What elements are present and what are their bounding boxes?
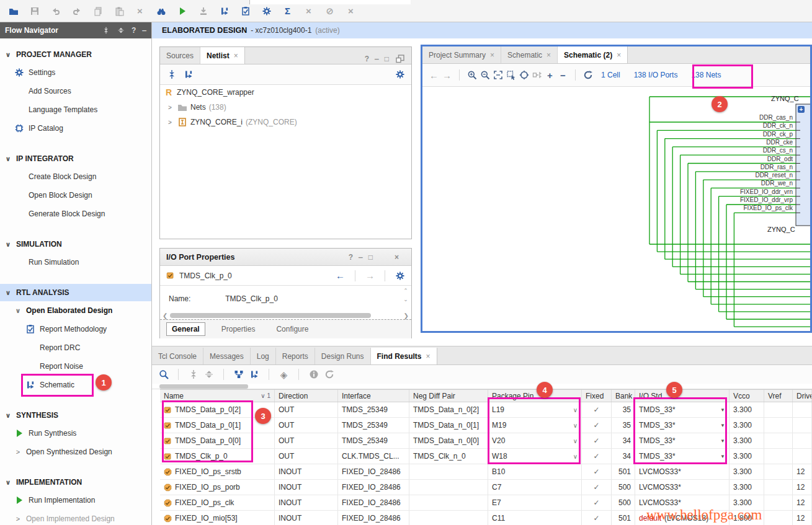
- tab-reports[interactable]: Reports: [276, 348, 315, 364]
- back-arrow-icon[interactable]: ←: [335, 270, 346, 281]
- tab-schematic-2[interactable]: Schematic (2)×: [558, 46, 628, 63]
- io-tab-general[interactable]: General: [166, 322, 205, 336]
- tab-log[interactable]: Log: [251, 348, 276, 364]
- scroll-right-icon[interactable]: ❯: [404, 312, 409, 319]
- package-pin-dropdown-icon[interactable]: ∨: [573, 453, 578, 460]
- table-row[interactable]: FIXED_IO_ps_srstbINOUTFIXED_IO_28486B10✓…: [160, 464, 812, 480]
- net-label-ddr-cke[interactable]: DDR_cke: [766, 139, 793, 146]
- scrollbar-thumb[interactable]: [159, 384, 248, 389]
- remove-icon[interactable]: ×: [346, 6, 356, 16]
- sidebar-item-ip-catalog[interactable]: IP Catalog: [0, 119, 151, 138]
- net-label-ddr-ck-n[interactable]: DDR_ck_n: [763, 122, 793, 129]
- tab-project-summary[interactable]: Project Summary×: [422, 46, 501, 63]
- help-icon[interactable]: ?: [365, 55, 369, 63]
- help-icon[interactable]: ?: [132, 26, 136, 35]
- forward-arrow-icon[interactable]: →: [365, 270, 375, 281]
- minimize-icon[interactable]: ‒: [375, 55, 379, 63]
- column-header-direction[interactable]: Direction: [275, 390, 338, 402]
- sidebar-section-implementation[interactable]: ∨IMPLEMENTATION: [0, 474, 151, 491]
- sidebar-item-generate-block-design[interactable]: Generate Block Design: [0, 205, 151, 223]
- sidebar-item-open-implemented-design[interactable]: >Open Implemented Design: [0, 510, 151, 525]
- scrollbar-thumb[interactable]: [170, 313, 371, 318]
- package-pin-dropdown-icon[interactable]: ∨: [573, 438, 578, 444]
- close-icon[interactable]: ×: [395, 253, 399, 262]
- schematic-icon[interactable]: [249, 369, 259, 380]
- save-icon[interactable]: [29, 6, 40, 16]
- gear-icon[interactable]: [395, 270, 405, 281]
- float-icon[interactable]: [378, 252, 389, 262]
- io-std-dropdown-icon[interactable]: ▼: [720, 438, 725, 444]
- tab-netlist[interactable]: Netlist×: [200, 47, 245, 64]
- redo-icon[interactable]: [71, 6, 82, 16]
- delete-icon[interactable]: ×: [135, 6, 145, 16]
- settings-gear-icon[interactable]: [261, 6, 272, 16]
- cancel-icon[interactable]: ×: [303, 6, 314, 16]
- column-header-vref[interactable]: Vref: [764, 390, 793, 402]
- net-label-ddr-cs-n[interactable]: DDR_cs_n: [763, 147, 793, 154]
- collapse-block-icon[interactable]: +: [798, 106, 805, 113]
- mark-icon[interactable]: ◈: [279, 369, 289, 380]
- sidebar-section-ip-integrator[interactable]: ∨IP INTEGRATOR: [0, 150, 151, 167]
- maximize-icon[interactable]: □: [385, 55, 389, 63]
- maximize-icon[interactable]: □: [368, 253, 373, 262]
- column-header-i-o-std[interactable]: I/O Std: [635, 390, 729, 402]
- io-std-dropdown-icon[interactable]: ▼: [720, 423, 725, 428]
- link-138-i-o-ports[interactable]: 138 I/O Ports: [634, 71, 678, 79]
- schematic-canvas[interactable]: DDR_cas_nDDR_ck_nDDR_ck_pDDR_ckeDDR_cs_n…: [422, 87, 810, 331]
- package-pin-dropdown-icon[interactable]: ∨: [573, 407, 578, 413]
- fixed-check-icon[interactable]: ✓: [593, 405, 599, 414]
- net-label-ddr-ras-n[interactable]: DDR_ras_n: [761, 164, 793, 170]
- refresh-icon[interactable]: [324, 369, 334, 380]
- net-label-fixed-io-ddr-vrp[interactable]: FIXED_IO_ddr_vrp: [740, 196, 793, 203]
- item-chevron-icon[interactable]: >: [14, 515, 22, 523]
- sidebar-item-run-synthesis[interactable]: Run Synthesis: [0, 424, 151, 443]
- column-header-interface[interactable]: Interface: [338, 390, 409, 402]
- sidebar-item-open-block-design[interactable]: Open Block Design: [0, 186, 151, 205]
- io-tab-configure[interactable]: Configure: [271, 323, 313, 335]
- show-hierarchy-icon[interactable]: [233, 369, 244, 380]
- fixed-check-icon[interactable]: ✓: [593, 514, 599, 523]
- io-std-dropdown-icon[interactable]: ▼: [720, 407, 725, 413]
- tree-item-zynq-core-wrapper[interactable]: RZYNQ_CORE_wrapper: [160, 85, 411, 100]
- step-icon[interactable]: [198, 6, 208, 16]
- info-icon[interactable]: [308, 369, 319, 380]
- run-icon[interactable]: [177, 6, 187, 16]
- horizontal-scrollbar[interactable]: [152, 384, 812, 389]
- vertical-scrollbar[interactable]: ⌃⌄: [401, 287, 410, 304]
- back-arrow-icon[interactable]: ←: [429, 70, 439, 81]
- net-label-ddr-odt[interactable]: DDR_odt: [767, 156, 793, 162]
- section-caret-icon[interactable]: ∨: [0, 240, 16, 249]
- sidebar-section-rtl-analysis[interactable]: ∨RTL ANALYSIS: [0, 284, 151, 301]
- table-row[interactable]: TMDS_Data_p_0[0]OUTTMDS_25349TMDS_Data_n…: [160, 433, 812, 449]
- close-tab-icon[interactable]: ×: [547, 51, 551, 60]
- section-caret-icon[interactable]: ∨: [0, 289, 16, 297]
- column-header-name[interactable]: Name∨ 1: [160, 390, 275, 402]
- net-label-ddr-we-n[interactable]: DDR_we_n: [761, 180, 793, 187]
- close-tab-icon[interactable]: ×: [490, 51, 494, 60]
- column-header-neg-diff-pair[interactable]: Neg Diff Pair: [409, 390, 488, 402]
- net-label-fixed-io-ddr-vrn[interactable]: FIXED_IO_ddr_vrn: [740, 188, 793, 195]
- horizontal-scrollbar[interactable]: ❮ ❯: [160, 312, 411, 319]
- tab-schematic[interactable]: Schematic×: [501, 46, 558, 63]
- sidebar-item-create-block-design[interactable]: Create Block Design: [0, 167, 151, 186]
- column-header-fixed[interactable]: Fixed: [582, 390, 612, 402]
- sum-sigma-icon[interactable]: Σ: [282, 6, 293, 16]
- sidebar-item-schematic[interactable]: Schematic: [0, 376, 151, 394]
- net-label-ddr-cas-n[interactable]: DDR_cas_n: [759, 114, 793, 121]
- net-label-fixed-io-ps-clk[interactable]: FIXED_IO_ps_clk: [744, 205, 793, 211]
- zoomin-icon[interactable]: [466, 70, 477, 81]
- search-icon[interactable]: [158, 369, 169, 380]
- zoomsel-icon[interactable]: [506, 70, 516, 81]
- fixed-check-icon[interactable]: ✓: [593, 452, 599, 461]
- minus-icon[interactable]: −: [558, 70, 568, 81]
- column-header-vcco[interactable]: Vcco: [729, 390, 764, 402]
- net-label-ddr-reset-n[interactable]: DDR_reset_n: [755, 172, 793, 179]
- forward-arrow-icon[interactable]: →: [442, 70, 452, 81]
- tree-item-zynq-core-i[interactable]: >ZYNQ_CORE_i(ZYNQ_CORE): [160, 115, 411, 130]
- io-tab-properties[interactable]: Properties: [216, 323, 261, 335]
- expand-all-icon[interactable]: [117, 26, 125, 35]
- sidebar-item-open-elaborated-design[interactable]: ∨Open Elaborated Design: [0, 301, 151, 320]
- section-caret-icon[interactable]: ∨: [0, 479, 16, 487]
- tree-item-nets[interactable]: >Nets(138): [160, 100, 411, 115]
- scroll-left-icon[interactable]: ❮: [163, 312, 167, 319]
